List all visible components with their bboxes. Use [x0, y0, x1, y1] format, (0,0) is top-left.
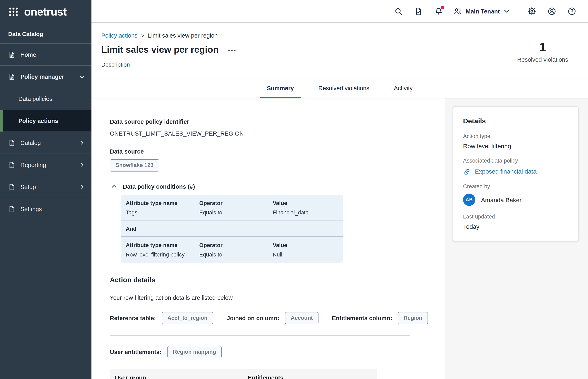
- condition-col-header: Operator: [199, 199, 273, 207]
- condition-value: Null: [273, 251, 343, 258]
- condition-col-header: Value: [273, 241, 343, 249]
- sidebar-item-label: Policy actions: [18, 117, 85, 124]
- logo-row: onetrust: [0, 0, 92, 24]
- sidebar-item-policy-actions[interactable]: Policy actions: [0, 110, 92, 132]
- active-indicator-bar: [0, 110, 3, 131]
- sidebar-item-reporting[interactable]: Reporting: [0, 154, 92, 176]
- avatar: AB: [463, 194, 475, 206]
- action-detail-fields: Reference table: Acct_to_region Joined o…: [110, 312, 445, 324]
- last-updated-value: Today: [463, 223, 568, 230]
- reference-table-label: Reference table:: [110, 315, 156, 321]
- entitlements-column-chip: Region: [398, 312, 428, 324]
- action-type-value: Row level filtering: [463, 142, 568, 150]
- sidebar-item-label: Settings: [20, 206, 85, 212]
- summary-panel: Data source policy identifier ONETRUST_L…: [92, 98, 445, 379]
- sidebar-item-setup[interactable]: Setup: [0, 176, 92, 198]
- joined-on-column-chip: Account: [285, 312, 319, 324]
- settings-gear-icon[interactable]: [524, 3, 540, 19]
- help-icon[interactable]: [563, 3, 580, 19]
- document-check-icon[interactable]: [411, 3, 427, 19]
- identifier-value: ONETRUST_LIMIT_SALES_VIEW_PER_REGION: [110, 130, 445, 137]
- entitlements-table-header: User group Entitlements: [110, 369, 377, 379]
- document-icon: [8, 139, 15, 146]
- associated-policy-label: Associated data policy: [463, 158, 568, 164]
- created-by-label: Created by: [463, 183, 568, 190]
- details-card: Details Action type Row level filtering …: [453, 106, 579, 241]
- search-icon[interactable]: [391, 3, 407, 19]
- breadcrumb-current: Limit sales view per region: [148, 32, 218, 39]
- sidebar-item-catalog[interactable]: Catalog: [0, 132, 92, 154]
- condition-col-header: Attribute type name: [126, 241, 199, 249]
- identifier-label: Data source policy identifier: [110, 118, 445, 125]
- sidebar-item-home[interactable]: Home: [0, 44, 92, 66]
- sidebar: onetrust Data Catalog Home Policy manage…: [0, 0, 92, 379]
- conditions-box: Attribute type name Tags Operator Equals…: [121, 195, 343, 263]
- associated-policy-link[interactable]: Exposed financial data: [463, 167, 568, 176]
- condition-value: Financial_data: [273, 209, 343, 217]
- action-type-label: Action type: [463, 133, 568, 140]
- sidebar-item-label: Catalog: [20, 140, 74, 146]
- notification-badge-dot: [441, 5, 445, 9]
- chevron-right-icon: [79, 184, 85, 190]
- document-icon: [8, 183, 15, 190]
- entitlements-column-field: Entitlements column: Region: [332, 312, 428, 324]
- section-divider: [110, 335, 410, 336]
- link-chain-icon: [463, 168, 471, 175]
- created-by-person: AB Amanda Baker: [463, 194, 568, 206]
- chevron-right-icon: [79, 140, 85, 146]
- sidebar-item-label: Reporting: [20, 161, 74, 168]
- data-source-label: Data source: [110, 148, 445, 155]
- chevron-right-icon: [79, 162, 85, 168]
- sidebar-item-data-policies[interactable]: Data policies: [0, 88, 92, 110]
- breadcrumb: Policy actions>Limit sales view per regi…: [101, 32, 588, 40]
- entitlements-table: User group Entitlements: [110, 369, 377, 379]
- more-options-icon[interactable]: [227, 47, 236, 52]
- joined-on-column-label: Joined on column:: [227, 315, 279, 321]
- details-title: Details: [463, 117, 568, 125]
- document-icon: [8, 51, 15, 58]
- reference-table-field: Reference table: Acct_to_region: [110, 312, 213, 324]
- sidebar-item-label: Setup: [20, 184, 74, 190]
- condition-col-header: Operator: [199, 241, 273, 249]
- account-icon[interactable]: [543, 3, 560, 19]
- details-rail: Details Action type Row level filtering …: [445, 98, 588, 379]
- condition-col-header: Value: [273, 199, 343, 207]
- resolved-violations-stat: 1 Resolved violations: [500, 40, 586, 63]
- associated-policy-link-text: Exposed financial data: [475, 167, 537, 176]
- condition-col-header: Attribute type name: [126, 199, 199, 207]
- last-updated-label: Last updated: [463, 214, 568, 220]
- sidebar-item-label: Home: [20, 51, 85, 58]
- tab-activity[interactable]: Activity: [387, 85, 419, 98]
- sidebar-item-policy-manager[interactable]: Policy manager: [0, 66, 92, 88]
- stat-label: Resolved violations: [500, 56, 586, 63]
- product-label: Data Catalog: [0, 24, 92, 44]
- sidebar-nav: Home Policy manager Data policies Policy: [0, 44, 92, 220]
- breadcrumb-separator: >: [141, 33, 144, 39]
- condition-row: Attribute type name Row level filtering …: [121, 237, 343, 263]
- document-icon: [8, 73, 15, 80]
- tab-bar: Summary Resolved violations Activity: [92, 79, 588, 98]
- conditions-collapse-toggle[interactable]: Data policy conditions (#): [111, 183, 445, 190]
- tenant-switcher[interactable]: Main Tenant: [453, 7, 510, 16]
- brand-wordmark: onetrust: [24, 5, 67, 18]
- app-launcher-icon[interactable]: [8, 7, 19, 17]
- action-details-title: Action details: [110, 276, 445, 284]
- breadcrumb-link-policy-actions[interactable]: Policy actions: [101, 32, 137, 39]
- sidebar-item-label: Policy manager: [20, 74, 74, 80]
- condition-attribute: Row level filtering policy: [126, 251, 199, 258]
- notifications-bell-icon[interactable]: [431, 3, 447, 19]
- entitlements-column-label: Entitlements column:: [332, 315, 392, 321]
- sidebar-item-settings[interactable]: Settings: [0, 198, 92, 220]
- tab-resolved-violations[interactable]: Resolved violations: [311, 85, 376, 98]
- user-entitlements-label: User entitlements:: [110, 349, 161, 355]
- conditions-title: Data policy conditions (#): [123, 183, 195, 190]
- action-details-subtitle: Your row filtering action details are li…: [110, 294, 445, 301]
- condition-attribute: Tags: [126, 209, 199, 217]
- main-area: Main Tenant: [92, 0, 588, 379]
- page-title: Limit sales view per region: [101, 44, 219, 56]
- joined-on-column-field: Joined on column: Account: [227, 312, 319, 324]
- created-by-name: Amanda Baker: [481, 196, 521, 203]
- condition-joiner: And: [121, 221, 343, 237]
- tab-summary[interactable]: Summary: [260, 85, 301, 98]
- stat-value: 1: [500, 40, 586, 54]
